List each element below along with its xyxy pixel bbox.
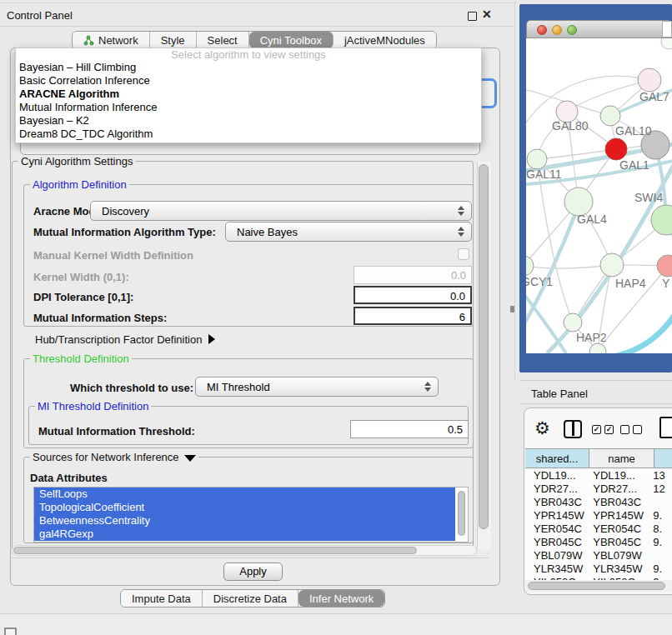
minimize-window-icon[interactable] [552, 25, 562, 35]
cell: YBR043C [586, 496, 648, 509]
mi-threshold-field[interactable]: 0.5 [350, 420, 469, 438]
dropdown-item[interactable]: Mutual Information Inference [16, 101, 481, 114]
tab-discretize-data[interactable]: Discretize Data [203, 590, 298, 607]
tab-cyni-toolbox[interactable]: Cyni Toolbox [249, 32, 333, 48]
settings-hscrollbar-thumb[interactable] [13, 547, 417, 554]
screen: Control Panel ✕ Network Style Select Cyn… [0, 0, 672, 635]
cell: YBR045C [586, 536, 648, 549]
kernel-width-field[interactable]: 0.0 [354, 266, 472, 284]
node-label: GCY1 [526, 275, 553, 288]
deselect-all-checkbox-icon[interactable] [620, 425, 629, 434]
list-item[interactable]: BetweennessCentrality [34, 514, 455, 528]
table-row[interactable]: YBL079WYBL079W [525, 549, 672, 562]
table-row[interactable]: YBR045CYBR045C9. [525, 536, 672, 549]
chevron-down-icon [184, 455, 196, 462]
node[interactable] [661, 38, 672, 49]
dpi-tolerance-field[interactable]: 0.0 [354, 286, 472, 304]
network-graph: GAL7 GAL80 GAL10 GAL1 GAL11 SWI4 GAL4 GC… [526, 38, 672, 353]
tab-style[interactable]: Style [150, 32, 197, 48]
which-threshold-label: Which threshold to use: [70, 382, 193, 394]
mi-steps-label: Mutual Information Steps: [33, 312, 167, 324]
cell: 9. [648, 536, 672, 549]
cell: YBR043C [525, 496, 586, 509]
selected-value: Naive Bayes [226, 226, 454, 238]
node-salmon[interactable] [657, 255, 672, 277]
mi-algorithm-type-select[interactable]: Naive Bayes [225, 222, 472, 242]
apply-button[interactable]: Apply [223, 562, 283, 581]
dropdown-item[interactable]: Bayesian – Hill Climbing [16, 61, 481, 74]
column-view-icon[interactable] [564, 420, 582, 438]
table-row[interactable]: YLR345WYLR345W9. [525, 562, 672, 576]
highlight-edge [603, 315, 672, 353]
float-panel-icon[interactable] [468, 12, 477, 21]
table-hscrollbar-thumb[interactable] [528, 582, 665, 590]
corner-widget-icon[interactable] [4, 628, 17, 635]
dropdown-item[interactable]: Basic Correlation Inference [16, 74, 481, 88]
manual-kernel-checkbox[interactable] [458, 248, 469, 260]
close-window-icon[interactable] [537, 25, 547, 35]
table-row[interactable]: YER054CYER054C8. [525, 522, 672, 536]
aracne-mode-select[interactable]: Discovery [90, 201, 472, 221]
gear-icon[interactable]: ⚙ [534, 418, 550, 438]
select-all-checkbox-icon[interactable]: ✓ [604, 425, 614, 434]
node-gal4[interactable] [564, 188, 593, 216]
table-row[interactable]: YDL19...YDL19...13 [525, 469, 672, 482]
select-all-checkbox-icon[interactable]: ✓ [592, 425, 601, 434]
mi-steps-field[interactable]: 6 [354, 307, 472, 325]
table-row[interactable]: YDR27...YDR27...12 [525, 482, 672, 496]
node-gal10[interactable] [600, 106, 620, 126]
split-divider [514, 0, 515, 379]
settings-vscrollbar-thumb[interactable] [479, 164, 489, 529]
column-header-partial[interactable] [654, 448, 672, 468]
node-gal11[interactable] [527, 149, 547, 169]
zoom-window-icon[interactable] [567, 25, 577, 35]
dropdown-item-selected[interactable]: ARACNE Algorithm [16, 88, 481, 101]
network-window-titlebar[interactable] [526, 20, 672, 38]
cell: YLR345W [525, 562, 586, 576]
list-item[interactable]: TopologicalCoefficient [34, 501, 455, 514]
node-gal7[interactable] [638, 68, 661, 92]
node-label: GAL80 [552, 119, 589, 132]
tab-label: Style [161, 34, 185, 47]
list-scrollbar[interactable] [458, 491, 465, 536]
tab-impute-data[interactable]: Impute Data [121, 590, 203, 607]
tab-jactivemnodules[interactable]: jActiveMNodules [333, 32, 436, 48]
hub-definition-toggle[interactable]: Hub/Transcription Factor Definition [35, 333, 215, 346]
dropdown-prompt: Select algorithm to view settings [16, 48, 481, 61]
dropdown-item[interactable]: Bayesian – K2 [16, 114, 481, 128]
table-row[interactable]: YPR145WYPR145W9. [525, 509, 672, 522]
list-item[interactable]: SelfLoops [34, 488, 455, 501]
node-label: GAL11 [526, 168, 562, 181]
close-panel-icon[interactable]: ✕ [482, 8, 492, 21]
bottom-tabbar: Impute Data Discretize Data Infer Networ… [120, 589, 385, 608]
document-icon[interactable] [659, 417, 672, 438]
which-threshold-select[interactable]: MI Threshold [195, 377, 439, 397]
split-handle[interactable] [510, 306, 514, 312]
column-header-shared-name[interactable]: shared... [525, 448, 589, 468]
column-header-name[interactable]: name [589, 448, 654, 468]
deselect-all-checkbox-icon[interactable] [633, 425, 642, 434]
hub-definition-label: Hub/Transcription Factor Definition [35, 333, 202, 346]
top-divider [0, 2, 517, 3]
node-gcy1[interactable] [526, 256, 534, 276]
node-hap2[interactable] [564, 313, 582, 332]
tab-select[interactable]: Select [197, 32, 249, 48]
divider [12, 558, 489, 558]
table-row[interactable]: YBR043CYBR043C [525, 496, 672, 509]
cell: YDL19... [586, 469, 648, 482]
combo-arrows-icon [421, 382, 434, 392]
tab-infer-network[interactable]: Infer Network [298, 590, 384, 607]
list-item[interactable]: gal4RGexp [34, 528, 455, 541]
dropdown-item[interactable]: Dream8 DC_TDC Algorithm [16, 128, 481, 141]
top-tabbar: Network Style Select Cyni Toolbox jActiv… [72, 31, 437, 49]
node-gal1[interactable] [605, 138, 627, 160]
cell: YPR145W [586, 509, 648, 522]
mi-threshold-label: Mutual Information Threshold: [38, 425, 195, 438]
sources-toggle[interactable]: Sources for Network Inference [30, 451, 198, 463]
tab-network[interactable]: Network [73, 32, 150, 48]
kernel-width-label: Kernel Width (0,1): [33, 271, 129, 283]
network-canvas[interactable]: GAL7 GAL80 GAL10 GAL1 GAL11 SWI4 GAL4 GC… [526, 38, 672, 353]
group-title: Cyni Algorithm Settings [18, 155, 135, 168]
node-table[interactable]: YDL19...YDL19...13 YDR27...YDR27...12 YB… [525, 469, 672, 581]
node-hap4[interactable] [600, 253, 624, 277]
